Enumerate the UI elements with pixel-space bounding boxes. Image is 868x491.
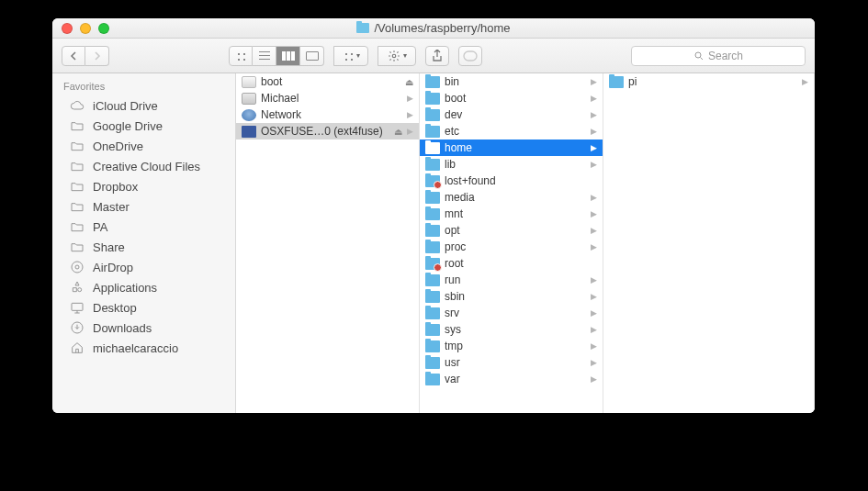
item-label: run xyxy=(445,273,586,286)
view-columns-button[interactable] xyxy=(276,46,300,66)
sidebar-item[interactable]: Master xyxy=(52,196,235,217)
view-coverflow-button[interactable] xyxy=(300,46,324,66)
sidebar-item[interactable]: Desktop xyxy=(52,297,235,318)
forward-button[interactable] xyxy=(85,46,109,66)
sidebar-item[interactable]: Google Drive xyxy=(52,116,235,136)
sidebar-item[interactable]: michaelcaraccio xyxy=(52,338,235,358)
list-item[interactable]: etc▶ xyxy=(420,123,603,139)
tag-icon xyxy=(463,50,478,61)
tags-button[interactable] xyxy=(458,46,482,66)
item-label: bin xyxy=(445,75,586,88)
list-item[interactable]: proc▶ xyxy=(420,239,603,255)
sidebar-item[interactable]: AirDrop xyxy=(52,257,235,277)
eject-icon[interactable]: ⏏ xyxy=(405,77,413,87)
folder-icon xyxy=(425,241,440,253)
search-field[interactable]: Search xyxy=(631,46,806,66)
sidebar-item-label: michaelcaraccio xyxy=(93,341,178,355)
sidebar-item[interactable]: Downloads xyxy=(52,318,235,338)
list-item[interactable]: opt▶ xyxy=(420,222,603,239)
sidebar-item[interactable]: Dropbox xyxy=(52,176,235,196)
hd-icon xyxy=(242,93,256,105)
column-2: bin▶boot▶dev▶etc▶home▶lib▶lost+foundmedi… xyxy=(420,73,603,413)
list-item[interactable]: sys▶ xyxy=(420,321,603,338)
share-icon xyxy=(432,50,443,62)
back-button[interactable] xyxy=(62,46,85,66)
minimize-button[interactable] xyxy=(80,23,91,34)
chevron-right-icon: ▶ xyxy=(591,160,597,169)
list-item[interactable]: var▶ xyxy=(420,371,603,387)
sidebar-item-label: Google Drive xyxy=(93,119,163,133)
chevron-right-icon: ▶ xyxy=(591,341,597,351)
svg-point-3 xyxy=(72,262,83,273)
list-item[interactable]: boot⏏ xyxy=(236,73,419,90)
chevron-right-icon: ▶ xyxy=(591,143,597,152)
list-item[interactable]: bin▶ xyxy=(420,73,603,90)
list-item[interactable]: lib▶ xyxy=(420,156,603,173)
list-item[interactable]: Network▶ xyxy=(236,106,419,123)
chevron-right-icon: ▶ xyxy=(591,292,597,301)
sidebar-item-label: PA xyxy=(93,220,107,234)
chevron-right-icon: ▶ xyxy=(591,77,597,86)
chevron-right-icon: ▶ xyxy=(591,193,597,202)
item-label: pi xyxy=(628,75,797,88)
folder-icon xyxy=(425,93,440,105)
folder-icon xyxy=(425,159,440,171)
chevron-right-icon: ▶ xyxy=(591,325,597,334)
list-item[interactable]: sbin▶ xyxy=(420,288,603,305)
view-icons-button[interactable] xyxy=(229,46,253,66)
sidebar-item[interactable]: iCloud Drive xyxy=(52,95,235,116)
list-item[interactable]: dev▶ xyxy=(420,106,603,123)
arrange-button[interactable]: ▾ xyxy=(333,46,368,66)
close-button[interactable] xyxy=(62,23,73,34)
sidebar-item[interactable]: Creative Cloud Files xyxy=(52,156,235,176)
list-item[interactable]: root xyxy=(420,255,603,272)
item-label: lib xyxy=(445,158,586,171)
net-icon xyxy=(242,109,256,121)
chevron-right-icon: ▶ xyxy=(407,94,413,103)
folder-icon xyxy=(425,291,440,303)
list-item[interactable]: media▶ xyxy=(420,189,603,206)
svg-point-0 xyxy=(392,54,396,58)
action-button[interactable]: ▾ xyxy=(378,46,416,66)
list-item[interactable]: home▶ xyxy=(420,139,603,156)
chevron-right-icon: ▶ xyxy=(591,358,597,367)
folder-icon xyxy=(425,357,440,369)
chevron-right-icon: ▶ xyxy=(591,110,597,119)
folder-icon xyxy=(425,307,440,319)
svg-rect-5 xyxy=(72,303,83,310)
folder-o-icon xyxy=(69,240,85,254)
grid-icon xyxy=(343,50,354,61)
item-label: lost+found xyxy=(445,174,597,187)
sidebar-item[interactable]: Applications xyxy=(52,277,235,297)
list-item[interactable]: usr▶ xyxy=(420,354,603,371)
item-label: etc xyxy=(445,125,586,138)
sidebar-item[interactable]: Share xyxy=(52,237,235,257)
eject-icon[interactable]: ⏏ xyxy=(394,127,402,137)
folder-o-icon xyxy=(69,159,85,173)
item-label: dev xyxy=(445,108,586,121)
list-item[interactable]: OSXFUSE…0 (ext4fuse)⏏▶ xyxy=(236,123,419,139)
sidebar-item-label: AirDrop xyxy=(93,261,133,274)
sidebar-item-label: Desktop xyxy=(93,301,137,315)
finder-window: /Volumes/raspberry/home ▾ ▾ Search xyxy=(52,18,815,413)
list-item[interactable]: mnt▶ xyxy=(420,206,603,222)
list-item[interactable]: run▶ xyxy=(420,272,603,288)
list-item[interactable]: tmp▶ xyxy=(420,338,603,354)
arrange-group: ▾ xyxy=(333,46,368,66)
sidebar-item-label: Applications xyxy=(93,281,157,295)
share-button[interactable] xyxy=(425,46,449,66)
view-list-button[interactable] xyxy=(253,46,276,66)
sidebar-section-header: Favorites xyxy=(52,79,235,95)
titlebar: /Volumes/raspberry/home xyxy=(52,18,815,39)
list-item[interactable]: srv▶ xyxy=(420,305,603,321)
folder-icon xyxy=(425,109,440,121)
list-item[interactable]: lost+found xyxy=(420,173,603,189)
list-view-icon xyxy=(259,51,270,61)
list-item[interactable]: Michael▶ xyxy=(236,90,419,106)
action-group: ▾ xyxy=(378,46,416,66)
list-item[interactable]: boot▶ xyxy=(420,90,603,106)
list-item[interactable]: pi▶ xyxy=(603,73,814,90)
zoom-button[interactable] xyxy=(98,23,109,34)
sidebar-item[interactable]: OneDrive xyxy=(52,136,235,156)
sidebar-item[interactable]: PA xyxy=(52,217,235,237)
